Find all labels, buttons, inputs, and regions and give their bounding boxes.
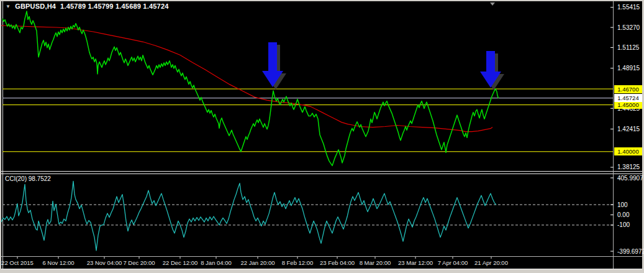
- chart-title-bar: ▼ GBPUSD,H4 1.45789 1.45799 1.45689 1.45…: [6, 2, 169, 10]
- time-axis-area[interactable]: [1, 256, 613, 269]
- chart-background: [1, 1, 642, 269]
- symbol-period-label: GBPUSD,H4: [15, 2, 56, 10]
- symbol-dropdown-icon[interactable]: ▼: [6, 3, 11, 10]
- chart-canvas[interactable]: [0, 0, 644, 273]
- price-axis-area[interactable]: [614, 1, 642, 269]
- ohlc-values: 1.45789 1.45799 1.45689 1.45724: [60, 2, 168, 10]
- screen: { "window": { "title": "GBPUSD,H4", "ohl…: [0, 0, 644, 273]
- mt4-chart-window: ▼ GBPUSD,H4 1.45789 1.45799 1.45689 1.45…: [0, 0, 644, 273]
